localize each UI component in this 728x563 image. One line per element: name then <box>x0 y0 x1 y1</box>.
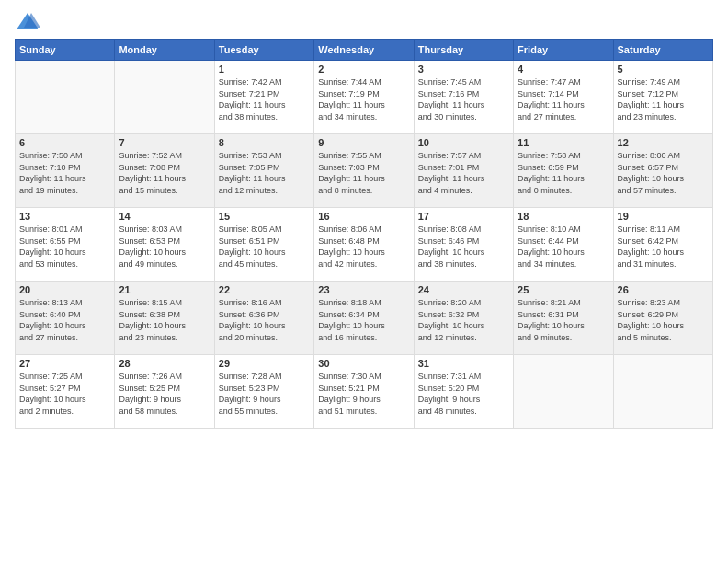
day-info: Sunrise: 7:58 AM Sunset: 6:59 PM Dayligh… <box>518 150 609 196</box>
day-info: Sunrise: 7:30 AM Sunset: 5:21 PM Dayligh… <box>318 371 409 417</box>
day-info: Sunrise: 8:08 AM Sunset: 6:46 PM Dayligh… <box>418 224 509 270</box>
day-info: Sunrise: 7:50 AM Sunset: 7:10 PM Dayligh… <box>19 150 110 196</box>
day-number: 20 <box>19 284 110 295</box>
calendar-cell: 14Sunrise: 8:03 AM Sunset: 6:53 PM Dayli… <box>115 208 214 282</box>
day-number: 6 <box>19 137 110 148</box>
calendar-cell: 8Sunrise: 7:53 AM Sunset: 7:05 PM Daylig… <box>214 134 313 208</box>
calendar-week-1: 1Sunrise: 7:42 AM Sunset: 7:21 PM Daylig… <box>16 61 713 134</box>
calendar-cell: 4Sunrise: 7:47 AM Sunset: 7:14 PM Daylig… <box>514 61 613 134</box>
calendar-cell: 26Sunrise: 8:23 AM Sunset: 6:29 PM Dayli… <box>613 282 712 355</box>
day-number: 4 <box>518 63 609 75</box>
weekday-header-tuesday: Tuesday <box>214 40 313 61</box>
calendar-cell: 16Sunrise: 8:06 AM Sunset: 6:48 PM Dayli… <box>314 208 414 282</box>
weekday-header-saturday: Saturday <box>613 40 712 61</box>
calendar-week-2: 6Sunrise: 7:50 AM Sunset: 7:10 PM Daylig… <box>16 134 713 208</box>
calendar-cell: 3Sunrise: 7:45 AM Sunset: 7:16 PM Daylig… <box>414 61 513 134</box>
weekday-header-friday: Friday <box>514 40 613 61</box>
weekday-header-row: SundayMondayTuesdayWednesdayThursdayFrid… <box>16 40 713 61</box>
day-number: 25 <box>518 284 609 295</box>
weekday-header-thursday: Thursday <box>414 40 513 61</box>
day-number: 30 <box>318 358 409 369</box>
day-number: 2 <box>318 63 409 75</box>
calendar-cell: 2Sunrise: 7:44 AM Sunset: 7:19 PM Daylig… <box>314 61 414 134</box>
day-number: 31 <box>418 358 509 369</box>
day-number: 17 <box>418 211 509 222</box>
calendar-cell: 28Sunrise: 7:26 AM Sunset: 5:25 PM Dayli… <box>115 355 214 429</box>
day-number: 13 <box>19 211 110 222</box>
calendar-cell: 17Sunrise: 8:08 AM Sunset: 6:46 PM Dayli… <box>414 208 513 282</box>
day-info: Sunrise: 8:01 AM Sunset: 6:55 PM Dayligh… <box>19 224 110 270</box>
day-number: 19 <box>618 211 709 222</box>
calendar-week-4: 20Sunrise: 8:13 AM Sunset: 6:40 PM Dayli… <box>16 282 713 355</box>
weekday-header-wednesday: Wednesday <box>314 40 414 61</box>
day-info: Sunrise: 7:55 AM Sunset: 7:03 PM Dayligh… <box>318 150 409 196</box>
calendar-week-5: 27Sunrise: 7:25 AM Sunset: 5:27 PM Dayli… <box>16 355 713 429</box>
calendar-cell: 19Sunrise: 8:11 AM Sunset: 6:42 PM Dayli… <box>613 208 712 282</box>
day-number: 7 <box>119 137 210 148</box>
calendar-cell: 15Sunrise: 8:05 AM Sunset: 6:51 PM Dayli… <box>214 208 313 282</box>
day-number: 24 <box>418 284 509 295</box>
day-number: 18 <box>518 211 609 222</box>
day-number: 3 <box>418 63 509 75</box>
calendar-cell: 7Sunrise: 7:52 AM Sunset: 7:08 PM Daylig… <box>115 134 214 208</box>
weekday-header-monday: Monday <box>115 40 214 61</box>
day-info: Sunrise: 7:47 AM Sunset: 7:14 PM Dayligh… <box>518 76 609 122</box>
day-number: 27 <box>19 358 110 369</box>
calendar-cell: 12Sunrise: 8:00 AM Sunset: 6:57 PM Dayli… <box>613 134 712 208</box>
calendar-cell: 23Sunrise: 8:18 AM Sunset: 6:34 PM Dayli… <box>314 282 414 355</box>
calendar-cell: 18Sunrise: 8:10 AM Sunset: 6:44 PM Dayli… <box>514 208 613 282</box>
day-info: Sunrise: 7:44 AM Sunset: 7:19 PM Dayligh… <box>318 76 409 122</box>
calendar-cell: 22Sunrise: 8:16 AM Sunset: 6:36 PM Dayli… <box>214 282 313 355</box>
day-number: 15 <box>219 211 310 222</box>
day-info: Sunrise: 8:06 AM Sunset: 6:48 PM Dayligh… <box>318 224 409 270</box>
calendar-cell <box>613 355 712 429</box>
day-number: 21 <box>119 284 210 295</box>
day-info: Sunrise: 8:11 AM Sunset: 6:42 PM Dayligh… <box>618 224 709 270</box>
day-number: 16 <box>318 211 409 222</box>
day-number: 11 <box>518 137 609 148</box>
calendar-page: SundayMondayTuesdayWednesdayThursdayFrid… <box>0 0 728 563</box>
calendar-cell: 24Sunrise: 8:20 AM Sunset: 6:32 PM Dayli… <box>414 282 513 355</box>
calendar-cell <box>514 355 613 429</box>
day-info: Sunrise: 8:21 AM Sunset: 6:31 PM Dayligh… <box>518 297 609 343</box>
calendar-cell: 31Sunrise: 7:31 AM Sunset: 5:20 PM Dayli… <box>414 355 513 429</box>
day-info: Sunrise: 7:42 AM Sunset: 7:21 PM Dayligh… <box>219 76 310 122</box>
calendar-cell: 25Sunrise: 8:21 AM Sunset: 6:31 PM Dayli… <box>514 282 613 355</box>
calendar-cell: 6Sunrise: 7:50 AM Sunset: 7:10 PM Daylig… <box>16 134 115 208</box>
calendar-cell: 1Sunrise: 7:42 AM Sunset: 7:21 PM Daylig… <box>214 61 313 134</box>
day-number: 12 <box>618 137 709 148</box>
day-info: Sunrise: 7:31 AM Sunset: 5:20 PM Dayligh… <box>418 371 509 417</box>
day-info: Sunrise: 8:20 AM Sunset: 6:32 PM Dayligh… <box>418 297 509 343</box>
day-info: Sunrise: 8:16 AM Sunset: 6:36 PM Dayligh… <box>219 297 310 343</box>
day-number: 29 <box>219 358 310 369</box>
day-info: Sunrise: 8:00 AM Sunset: 6:57 PM Dayligh… <box>618 150 709 196</box>
calendar-week-3: 13Sunrise: 8:01 AM Sunset: 6:55 PM Dayli… <box>16 208 713 282</box>
calendar-cell: 30Sunrise: 7:30 AM Sunset: 5:21 PM Dayli… <box>314 355 414 429</box>
day-number: 10 <box>418 137 509 148</box>
day-number: 23 <box>318 284 409 295</box>
day-info: Sunrise: 8:05 AM Sunset: 6:51 PM Dayligh… <box>219 224 310 270</box>
calendar-cell: 10Sunrise: 7:57 AM Sunset: 7:01 PM Dayli… <box>414 134 513 208</box>
day-info: Sunrise: 7:49 AM Sunset: 7:12 PM Dayligh… <box>618 76 709 122</box>
calendar-table: SundayMondayTuesdayWednesdayThursdayFrid… <box>15 39 713 429</box>
day-info: Sunrise: 8:18 AM Sunset: 6:34 PM Dayligh… <box>318 297 409 343</box>
calendar-cell: 13Sunrise: 8:01 AM Sunset: 6:55 PM Dayli… <box>16 208 115 282</box>
calendar-cell: 21Sunrise: 8:15 AM Sunset: 6:38 PM Dayli… <box>115 282 214 355</box>
day-info: Sunrise: 7:45 AM Sunset: 7:16 PM Dayligh… <box>418 76 509 122</box>
day-info: Sunrise: 8:13 AM Sunset: 6:40 PM Dayligh… <box>19 297 110 343</box>
day-info: Sunrise: 7:52 AM Sunset: 7:08 PM Dayligh… <box>119 150 210 196</box>
day-info: Sunrise: 8:15 AM Sunset: 6:38 PM Dayligh… <box>119 297 210 343</box>
logo-icon <box>15 11 40 31</box>
day-info: Sunrise: 7:25 AM Sunset: 5:27 PM Dayligh… <box>19 371 110 417</box>
day-info: Sunrise: 7:26 AM Sunset: 5:25 PM Dayligh… <box>119 371 210 417</box>
day-number: 9 <box>318 137 409 148</box>
day-info: Sunrise: 7:57 AM Sunset: 7:01 PM Dayligh… <box>418 150 509 196</box>
calendar-cell: 9Sunrise: 7:55 AM Sunset: 7:03 PM Daylig… <box>314 134 414 208</box>
day-number: 22 <box>219 284 310 295</box>
day-number: 1 <box>219 63 310 75</box>
calendar-cell: 27Sunrise: 7:25 AM Sunset: 5:27 PM Dayli… <box>16 355 115 429</box>
day-number: 26 <box>618 284 709 295</box>
calendar-cell: 11Sunrise: 7:58 AM Sunset: 6:59 PM Dayli… <box>514 134 613 208</box>
calendar-cell: 5Sunrise: 7:49 AM Sunset: 7:12 PM Daylig… <box>613 61 712 134</box>
day-number: 28 <box>119 358 210 369</box>
